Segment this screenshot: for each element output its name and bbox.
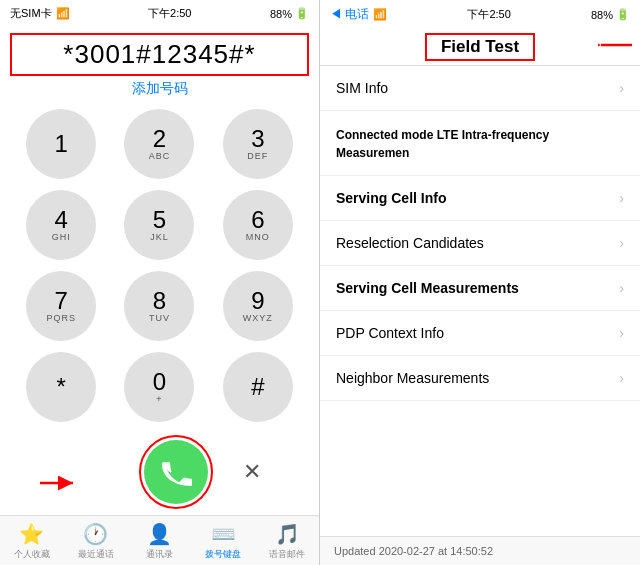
key-7[interactable]: 7 PQRS bbox=[26, 271, 96, 341]
key-2[interactable]: 2 ABC bbox=[124, 109, 194, 179]
key-5[interactable]: 5 JKL bbox=[124, 190, 194, 260]
dialer-number-display: *3001#12345#* bbox=[10, 33, 309, 76]
dialer-input-area: *3001#12345#* 添加号码 bbox=[0, 27, 319, 100]
phone-icon bbox=[160, 456, 192, 488]
key-8[interactable]: 8 TUV bbox=[124, 271, 194, 341]
right-time: 下午2:50 bbox=[467, 7, 510, 22]
tab-voicemail[interactable]: 🎵 语音邮件 bbox=[255, 522, 319, 561]
chevron-icon-2: › bbox=[619, 190, 624, 206]
menu-item-reselection[interactable]: Reselection Candidates › bbox=[320, 221, 640, 266]
right-wifi-icon: 📶 bbox=[373, 8, 387, 21]
field-test-panel: ◀ 电话 📶 下午2:50 88% 🔋 Field Test SIM Info … bbox=[320, 0, 640, 565]
contacts-icon: 👤 bbox=[147, 522, 172, 546]
menu-item-pdp[interactable]: PDP Context Info › bbox=[320, 311, 640, 356]
menu-list: SIM Info › Connected mode LTE Intra-freq… bbox=[320, 66, 640, 536]
field-test-header: Field Test bbox=[320, 29, 640, 66]
tab-favorites-label: 个人收藏 bbox=[14, 548, 50, 561]
voicemail-icon: 🎵 bbox=[275, 522, 300, 546]
left-battery-info: 88% 🔋 bbox=[270, 7, 309, 20]
key-star[interactable]: * bbox=[26, 352, 96, 422]
left-status-info: 无SIM卡 📶 bbox=[10, 6, 70, 21]
right-status-left: ◀ 电话 📶 bbox=[330, 6, 387, 23]
tab-contacts-label: 通讯录 bbox=[146, 548, 173, 561]
tab-keypad-label: 拨号键盘 bbox=[205, 548, 241, 561]
field-test-title: Field Test bbox=[425, 33, 535, 61]
red-arrow-left bbox=[38, 473, 78, 493]
key-4[interactable]: 4 GHI bbox=[26, 190, 96, 260]
updated-label: Updated 2020-02-27 at 14:50:52 bbox=[334, 545, 493, 557]
right-battery-label: 88% bbox=[591, 9, 613, 21]
chevron-icon-3: › bbox=[619, 235, 624, 251]
carrier-label: 无SIM卡 bbox=[10, 6, 52, 21]
battery-label: 88% bbox=[270, 8, 292, 20]
key-3[interactable]: 3 DEF bbox=[223, 109, 293, 179]
red-arrow-right bbox=[598, 35, 634, 55]
chevron-icon-4: › bbox=[619, 280, 624, 296]
menu-item-serving-cell-measurements[interactable]: Serving Cell Measurements › bbox=[320, 266, 640, 311]
right-battery-icon: 🔋 bbox=[616, 8, 630, 21]
chevron-icon-5: › bbox=[619, 325, 624, 341]
status-bar-right: ◀ 电话 📶 下午2:50 88% 🔋 bbox=[320, 0, 640, 29]
menu-item-serving-cell-measurements-label: Serving Cell Measurements bbox=[336, 280, 519, 296]
call-button[interactable] bbox=[144, 440, 208, 504]
key-0[interactable]: 0 + bbox=[124, 352, 194, 422]
menu-item-lte[interactable]: Connected mode LTE Intra-frequency Measu… bbox=[320, 111, 640, 176]
menu-item-reselection-label: Reselection Candidates bbox=[336, 235, 484, 251]
keypad-icon: ⌨️ bbox=[211, 522, 236, 546]
delete-button[interactable]: ✕ bbox=[243, 459, 261, 485]
call-button-wrapper bbox=[139, 435, 213, 509]
right-battery-info: 88% 🔋 bbox=[591, 8, 630, 21]
chevron-icon-6: › bbox=[619, 370, 624, 386]
menu-item-serving-cell-info-label: Serving Cell Info bbox=[336, 190, 446, 206]
battery-icon: 🔋 bbox=[295, 7, 309, 20]
tab-bar-left: ⭐ 个人收藏 🕐 最近通话 👤 通讯录 ⌨️ 拨号键盘 🎵 语音邮件 bbox=[0, 515, 319, 565]
keypad-grid: 1 2 ABC 3 DEF 4 GHI 5 JKL 6 MNO 7 PQRS 8 bbox=[0, 100, 319, 431]
menu-item-pdp-label: PDP Context Info bbox=[336, 325, 444, 341]
status-bar-left: 无SIM卡 📶 下午2:50 88% 🔋 bbox=[0, 0, 319, 27]
back-button[interactable]: ◀ 电话 bbox=[330, 6, 369, 23]
menu-item-neighbor-label: Neighbor Measurements bbox=[336, 370, 489, 386]
right-footer: Updated 2020-02-27 at 14:50:52 bbox=[320, 536, 640, 565]
tab-keypad[interactable]: ⌨️ 拨号键盘 bbox=[191, 522, 255, 561]
key-hash[interactable]: # bbox=[223, 352, 293, 422]
tab-recents-label: 最近通话 bbox=[78, 548, 114, 561]
key-1[interactable]: 1 bbox=[26, 109, 96, 179]
tab-contacts[interactable]: 👤 通讯录 bbox=[128, 522, 192, 561]
wifi-icon: 📶 bbox=[56, 7, 70, 20]
menu-item-sim-info-label: SIM Info bbox=[336, 80, 388, 96]
dialer-panel: 无SIM卡 📶 下午2:50 88% 🔋 *3001#12345#* 添加号码 … bbox=[0, 0, 320, 565]
call-actions: ✕ bbox=[0, 431, 319, 515]
left-time: 下午2:50 bbox=[148, 6, 191, 21]
menu-item-neighbor[interactable]: Neighbor Measurements › bbox=[320, 356, 640, 401]
tab-favorites[interactable]: ⭐ 个人收藏 bbox=[0, 522, 64, 561]
key-6[interactable]: 6 MNO bbox=[223, 190, 293, 260]
favorites-icon: ⭐ bbox=[19, 522, 44, 546]
chevron-icon: › bbox=[619, 80, 624, 96]
menu-item-sim-info[interactable]: SIM Info › bbox=[320, 66, 640, 111]
tab-voicemail-label: 语音邮件 bbox=[269, 548, 305, 561]
key-9[interactable]: 9 WXYZ bbox=[223, 271, 293, 341]
recents-icon: 🕐 bbox=[83, 522, 108, 546]
tab-recents[interactable]: 🕐 最近通话 bbox=[64, 522, 128, 561]
menu-item-lte-label: Connected mode LTE Intra-frequency Measu… bbox=[336, 128, 549, 160]
add-number-link[interactable]: 添加号码 bbox=[132, 80, 188, 98]
menu-item-serving-cell-info[interactable]: Serving Cell Info › bbox=[320, 176, 640, 221]
